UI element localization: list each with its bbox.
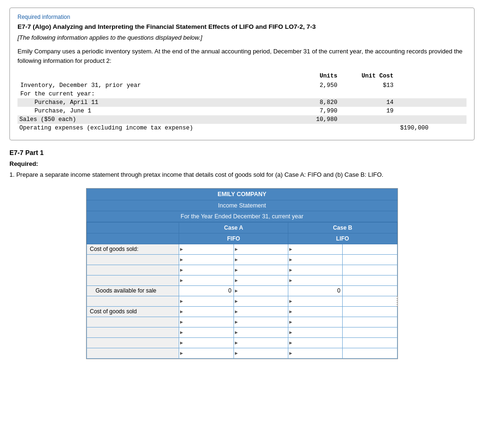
input-lifo-b-1[interactable]: [343, 254, 397, 265]
input-row-3: [87, 275, 398, 285]
input-lifo-b-3[interactable]: [343, 275, 397, 285]
case-b-header: Case B: [288, 222, 397, 233]
input-fifo-a-5[interactable]: [179, 317, 233, 327]
input-fifo-b-4[interactable]: [233, 296, 288, 306]
lifo-header: LIFO: [288, 233, 397, 244]
input-row-1: [87, 254, 398, 265]
input-fifo-b-2[interactable]: [233, 265, 288, 275]
input-row-7: [87, 337, 398, 348]
row-purchase-april-cost: 14: [340, 98, 397, 107]
goods-avail-fifo-a[interactable]: 0: [179, 285, 233, 296]
statement-period: For the Year Ended December 31, current …: [86, 211, 398, 222]
input-lifo-b-8[interactable]: [343, 348, 397, 358]
required-text: Required:: [9, 160, 475, 167]
input-fifo-b-7[interactable]: [233, 337, 288, 348]
row-purchase-june-cost: 19: [340, 107, 397, 115]
input-fifo-a-8[interactable]: [179, 348, 233, 358]
input-fifo-a-6[interactable]: [179, 327, 233, 337]
row-purchase-april-label: Purchase, April 11: [17, 98, 284, 107]
input-lifo-b-5[interactable]: [343, 317, 397, 327]
cogs-fifo-b-val[interactable]: [233, 306, 288, 317]
input-label-2: [87, 265, 179, 275]
required-label: Required information: [17, 14, 467, 20]
input-fifo-b-3[interactable]: [233, 275, 288, 285]
problem-title: E7-7 (Algo) Analyzing and Interpreting t…: [17, 23, 467, 30]
input-fifo-a-4[interactable]: [179, 296, 233, 306]
row-sales-units: 10,980: [284, 115, 340, 124]
input-row-2: [87, 265, 398, 275]
units-header: Units: [284, 72, 340, 81]
row-opex-label: Operating expenses (excluding income tax…: [17, 124, 284, 132]
input-fifo-a-7[interactable]: [179, 337, 233, 348]
input-fifo-a-2[interactable]: [179, 265, 233, 275]
input-row-4: [87, 296, 398, 306]
input-lifo-a-2[interactable]: [288, 265, 342, 275]
cogs-section-label: Cost of goods sold:: [87, 244, 179, 254]
income-statement-wrapper: EMILY COMPANY Income Statement For the Y…: [86, 188, 398, 359]
input-lifo-a-7[interactable]: [288, 337, 342, 348]
unit-cost-header: Unit Cost: [340, 72, 397, 81]
goods-avail-lifo-b[interactable]: [343, 285, 397, 296]
input-lifo-b-2[interactable]: [343, 265, 397, 275]
cogs-fifo-input-2[interactable]: [233, 244, 288, 254]
input-label-6: [87, 327, 179, 337]
cogs-label: Cost of goods sold: [87, 306, 179, 317]
input-lifo-a-5[interactable]: [288, 317, 342, 327]
row-purchase-june-units: 7,990: [284, 107, 340, 115]
cogs-lifo-input-1[interactable]: [288, 244, 342, 254]
problem-data-table: Units Unit Cost Inventory, December 31, …: [17, 72, 467, 132]
method-header-row: FIFO LIFO: [87, 233, 398, 244]
input-fifo-b-8[interactable]: [233, 348, 288, 358]
input-lifo-a-8[interactable]: [288, 348, 342, 358]
income-statement-table: Case A Case B FIFO LIFO Cost of goods so…: [86, 222, 398, 359]
input-lifo-a-1[interactable]: [288, 254, 342, 265]
fifo-header: FIFO: [179, 233, 288, 244]
row-purchase-june-label: Purchase, June 1: [17, 107, 284, 115]
input-label-5: [87, 317, 179, 327]
cogs-fifo-input-1[interactable]: [179, 244, 233, 254]
cogs-lifo-input-2[interactable]: [343, 244, 397, 254]
input-fifo-a-1[interactable]: [179, 254, 233, 265]
input-lifo-b-7[interactable]: [343, 337, 397, 348]
row-inventory-label: Inventory, December 31, prior year: [17, 81, 284, 90]
row-current-year-label: For the current year:: [17, 90, 284, 98]
cogs-section-header-row: Cost of goods sold:: [87, 244, 398, 254]
input-label-1: [87, 254, 179, 265]
goods-avail-lifo-a[interactable]: 0: [288, 285, 342, 296]
input-label-3: [87, 275, 179, 285]
cogs-lifo-a-val[interactable]: [288, 306, 342, 317]
input-lifo-a-6[interactable]: [288, 327, 342, 337]
input-fifo-a-3[interactable]: [179, 275, 233, 285]
input-fifo-b-5[interactable]: [233, 317, 288, 327]
input-lifo-b-6[interactable]: [343, 327, 397, 337]
input-label-8: [87, 348, 179, 358]
input-label-7: [87, 337, 179, 348]
cogs-label-row: Cost of goods sold: [87, 306, 398, 317]
case-header-row: Case A Case B: [87, 222, 398, 233]
row-inventory-cost: $13: [340, 81, 397, 90]
input-lifo-b-4[interactable]: [343, 296, 397, 306]
row-purchase-april-units: 8,820: [284, 98, 340, 107]
input-fifo-b-1[interactable]: [233, 254, 288, 265]
cogs-fifo-a-val[interactable]: [179, 306, 233, 317]
input-row-5: [87, 317, 398, 327]
part-title: E7-7 Part 1: [9, 149, 475, 156]
goods-avail-label: Goods available for sale: [87, 285, 179, 296]
row-inventory-units: 2,950: [284, 81, 340, 90]
goods-avail-fifo-b[interactable]: [233, 285, 288, 296]
input-row-8: [87, 348, 398, 358]
cogs-lifo-b-val[interactable]: [343, 306, 397, 317]
input-row-6: [87, 327, 398, 337]
input-fifo-b-6[interactable]: [233, 327, 288, 337]
input-lifo-a-4[interactable]: [288, 296, 342, 306]
required-info-box: Required information E7-7 (Algo) Analyzi…: [9, 8, 475, 140]
company-name: EMILY COMPANY: [86, 189, 398, 200]
problem-description: Emily Company uses a periodic inventory …: [17, 47, 467, 65]
statement-title: Income Statement: [86, 200, 398, 211]
input-label-4: [87, 296, 179, 306]
row-sales-label: Sales ($50 each): [17, 115, 284, 124]
input-lifo-a-3[interactable]: [288, 275, 342, 285]
row-opex-amount: $190,000: [397, 124, 467, 132]
case-a-header: Case A: [179, 222, 288, 233]
instruction-text: 1. Prepare a separate income statement t…: [9, 170, 475, 180]
